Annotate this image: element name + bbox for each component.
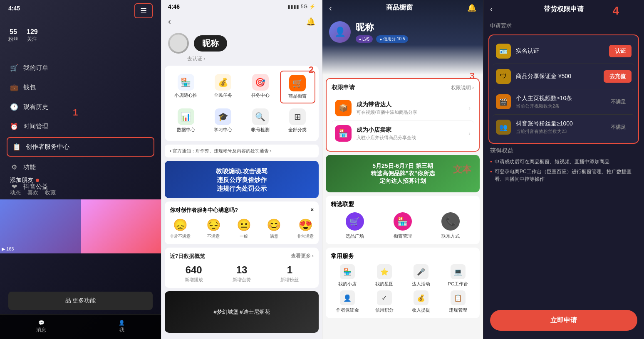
step-3-label: 3 bbox=[470, 71, 475, 81]
panel4-benefits: 获得权益 • 申请成功后可在商品橱窗、短视频、直播中添加商品 • 可登录电商PC… bbox=[490, 147, 637, 183]
message-icon: 💬 bbox=[38, 320, 45, 326]
emoji-neutral[interactable]: 😐 一般 bbox=[237, 218, 251, 239]
panel3-title: 商品橱窗 bbox=[386, 3, 413, 13]
grid-item-store[interactable]: 🏪 小店随心推 bbox=[168, 71, 204, 103]
emoji-very-satisfied[interactable]: 😍 非常满意 bbox=[297, 218, 314, 239]
lv-badge: ♦ LV5 bbox=[356, 35, 373, 43]
panel3-status-bar: ‹ 商品橱窗 🔔 bbox=[322, 0, 483, 16]
close-button[interactable]: × bbox=[310, 206, 314, 214]
emoji-satisfied[interactable]: 😊 满意 bbox=[267, 218, 281, 239]
panel3-alliance: 精选联盟 🛒 选品广场 🏪 橱窗管理 📞 联系方式 bbox=[326, 196, 480, 244]
panel4-back-button[interactable]: ‹ bbox=[490, 5, 493, 14]
service-credit[interactable]: ✓ 信用积分 bbox=[368, 290, 401, 313]
panel2-verify-link[interactable]: 去认证 › bbox=[161, 55, 322, 62]
panel4-apply: ‹ 带货权限申请 4 申请要求 🪪 实名认证 认证 🛡 商品分享保证金 ¥500… bbox=[483, 0, 644, 339]
stat-plays: 640 新增播放 bbox=[185, 264, 203, 283]
panel2-video-thumb[interactable]: #梦幻城堡 #迪士尼烟花 bbox=[165, 291, 319, 333]
alliance-item-selection[interactable]: 🛒 选品广场 bbox=[346, 212, 364, 239]
contact-icon: 📞 bbox=[441, 212, 460, 231]
panel3-nickname: 昵称 bbox=[356, 21, 408, 34]
service-my-store[interactable]: 🏪 我的小店 bbox=[331, 264, 364, 287]
data-icon: 📊 bbox=[178, 108, 194, 125]
service-star-map[interactable]: ⭐ 我的星图 bbox=[368, 264, 401, 287]
more-functions-button[interactable]: 品 更多功能 bbox=[8, 292, 153, 310]
service-violations[interactable]: 📋 违规管理 bbox=[441, 290, 475, 313]
panel2-bell-icon[interactable]: 🔔 bbox=[306, 17, 315, 26]
influencer-icon: 📦 bbox=[335, 100, 352, 116]
panel3-promo-text: 5月25日-6月7日 第三期 精选高佣品牌"衣"你所选 定向达人招募计划 bbox=[371, 162, 434, 185]
alliance-item-showcase-mgmt[interactable]: 🏪 橱窗管理 bbox=[394, 212, 412, 239]
panel3-option-seller[interactable]: 🏪 成为小店卖家 入驻小店并获得商品分享全线 › bbox=[332, 120, 474, 146]
service-pc-workbench[interactable]: 💻 PC工作台 bbox=[441, 264, 475, 287]
panel3-back-button[interactable]: ‹ bbox=[329, 3, 332, 13]
thumb-play-count: ▶ 163 bbox=[2, 246, 14, 252]
service-guarantee[interactable]: 👤 作者保证金 bbox=[331, 290, 364, 313]
violations-icon: 📋 bbox=[451, 290, 466, 305]
mission-icon: 🎯 bbox=[252, 74, 269, 91]
grid-item-showcase[interactable]: 🛒 商品橱窗 bbox=[280, 71, 316, 103]
star-map-icon: ⭐ bbox=[377, 264, 392, 279]
panel2-profile-row: 昵称 bbox=[161, 29, 322, 54]
panel3-option-influencer[interactable]: 📦 成为带货达人 可在视频/直播中添加商品分享 › bbox=[332, 96, 474, 120]
panel3-promo-banner[interactable]: 5月25日-6月7日 第三期 精选高佣品牌"衣"你所选 定向达人招募计划 文本 bbox=[326, 155, 480, 192]
followers-stat: 55 粉丝 bbox=[8, 28, 18, 43]
panel2-avatar bbox=[168, 33, 189, 54]
emoji-unsatisfied[interactable]: 😔 不满意 bbox=[206, 218, 221, 239]
step-2-label: 2 bbox=[309, 64, 314, 75]
panel2-back-button[interactable]: ‹ bbox=[168, 17, 171, 26]
bottom-profile[interactable]: 👤 我 bbox=[119, 320, 125, 334]
req-deposit: 🛡 商品分享保证金 ¥500 去充值 bbox=[493, 64, 635, 89]
verify-button[interactable]: 认证 bbox=[609, 45, 632, 57]
benefit-1: • 申请成功后可在商品橱窗、短视频、直播中添加商品 bbox=[490, 158, 637, 165]
panel3-alliance-icons: 🛒 选品广场 🏪 橱窗管理 📞 联系方式 bbox=[331, 212, 475, 239]
menu-item-creator-center[interactable]: 📋 创作者服务中心 bbox=[7, 137, 154, 157]
panel3-showcase: ‹ 商品橱窗 🔔 👤 昵称 ♦ LV5 ● 信用分 10.5 bbox=[322, 0, 483, 339]
panel2-data-more[interactable]: 查看更多 › bbox=[291, 253, 314, 260]
menu-item-orders[interactable]: 🛒 我的订单 bbox=[0, 58, 161, 78]
req-text-2: 商品分享保证金 ¥500 bbox=[516, 73, 599, 80]
submit-apply-button[interactable]: 立即申请 bbox=[490, 310, 637, 331]
bullet-icon: • bbox=[490, 158, 492, 165]
panel2-time: 4:46 bbox=[168, 3, 180, 10]
alliance-item-contact[interactable]: 📞 联系方式 bbox=[441, 212, 460, 239]
cart-icon: 🛒 bbox=[10, 64, 18, 72]
panel3-bell-icon[interactable]: 🔔 bbox=[467, 3, 476, 13]
panel2-satisfaction-header: 你对创作者服务中心满意吗? × bbox=[170, 206, 314, 214]
panel2-banner[interactable]: 教唆煽动,攻击谩骂 违反公序良俗炒作 违规行为处罚公示 bbox=[165, 161, 319, 198]
grid-item-data[interactable]: 📊 数据中心 bbox=[168, 105, 204, 136]
grid-item-task[interactable]: 💰 全民任务 bbox=[206, 71, 241, 103]
panel3-profile-info: 昵称 ♦ LV5 ● 信用分 10.5 bbox=[356, 21, 408, 43]
activity-icon: 🎤 bbox=[414, 264, 429, 279]
service-influencer-activity[interactable]: 🎤 达人活动 bbox=[404, 264, 438, 287]
panel3-section-link[interactable]: 权限说明 › bbox=[451, 84, 474, 91]
thumb-2[interactable] bbox=[81, 199, 161, 253]
bottom-messages[interactable]: 💬 消息 bbox=[36, 320, 46, 334]
menu-item-time[interactable]: ⏰ 时间管理 bbox=[0, 117, 161, 136]
menu-item-history[interactable]: 🕐 观看历史 bbox=[0, 97, 161, 117]
panel3-profile-row: 👤 昵称 ♦ LV5 ● 信用分 10.5 bbox=[322, 16, 483, 43]
guarantee-icon: 👤 bbox=[340, 290, 355, 305]
clock-icon: ⏰ bbox=[10, 123, 18, 130]
grid-item-check[interactable]: 🔍 帐号检测 bbox=[243, 105, 278, 136]
pc-icon: 💻 bbox=[451, 264, 466, 279]
panel3-services: 常用服务 🏪 我的小店 ⭐ 我的星图 🎤 达人活动 💻 PC工作台 👤 作者保证… bbox=[326, 248, 480, 318]
panel2-notice[interactable]: • 官方通知：对作弊、违规帐号及内容的处罚通告 › bbox=[165, 145, 319, 157]
emoji-very-unsatisfied[interactable]: 😞 非常不满意 bbox=[170, 218, 191, 239]
req-text-4: 抖音账号粉丝量≥1000 当前抖音有效粉丝数为23 bbox=[516, 120, 600, 135]
grid-item-mission[interactable]: 🎯 任务中心 bbox=[243, 71, 278, 103]
grid-item-all[interactable]: ⊞ 全部分类 bbox=[280, 105, 316, 136]
panel3-option-text-1: 成为带货达人 可在视频/直播中添加商品分享 bbox=[357, 101, 463, 115]
menu-item-wallet[interactable]: 💼 钱包 bbox=[0, 78, 161, 97]
service-income[interactable]: 💰 收入提提 bbox=[404, 290, 438, 313]
hamburger-menu-icon[interactable]: ☰ bbox=[134, 3, 153, 18]
menu-item-features[interactable]: ⚙ 功能 bbox=[0, 157, 161, 177]
grid-item-study[interactable]: 🎓 学习中心 bbox=[206, 105, 241, 136]
check-icon: 🔍 bbox=[252, 108, 269, 125]
panel2-status-icons: ▮▮▮▮ 5G ⚡ bbox=[287, 4, 315, 10]
add-friend[interactable]: 添加朋友 bbox=[10, 177, 39, 184]
recharge-button[interactable]: 去充值 bbox=[604, 70, 632, 83]
video-icon: 🎬 bbox=[496, 94, 511, 109]
notification-dot bbox=[36, 179, 39, 182]
task-icon: 💰 bbox=[215, 74, 231, 91]
thumb-1[interactable]: ▶ 163 bbox=[0, 199, 81, 253]
